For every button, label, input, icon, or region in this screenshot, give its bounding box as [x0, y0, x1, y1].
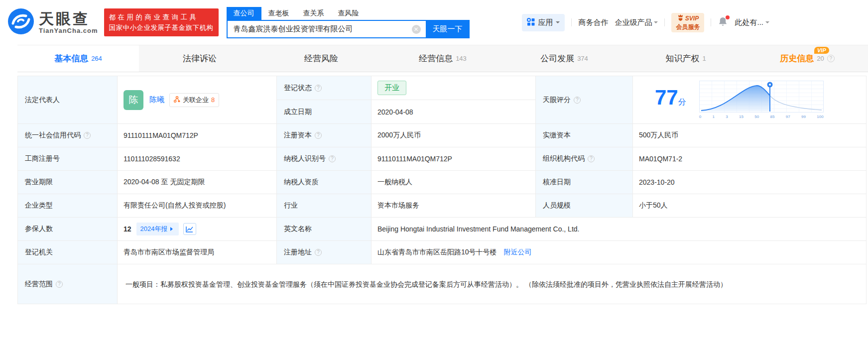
- company-type-label: 企业类型: [18, 194, 118, 218]
- tianyancha-logo[interactable]: 天眼查 TianYanCha.com: [7, 7, 98, 37]
- help-icon[interactable]: ?: [315, 132, 322, 139]
- annual-report-label: 2024年报: [140, 225, 168, 233]
- logo-eye-icon: [7, 7, 35, 37]
- search-tab-risk[interactable]: 查风险: [331, 7, 366, 20]
- tab-label: 历史信息: [780, 53, 814, 64]
- search-tab-relation[interactable]: 查关系: [296, 7, 331, 20]
- table-row: 工商注册号 110111028591632 纳税人识别号? 91110111MA…: [18, 147, 867, 171]
- legal-rep-label: 法定代表人: [18, 76, 118, 124]
- tab-label: 知识产权: [665, 53, 699, 64]
- approval-date-value: 2023-10-20: [633, 171, 867, 194]
- credit-code-label: 统一社会信用代码?: [18, 124, 118, 147]
- tab-count: 20: [817, 55, 824, 62]
- address-text: 山东省青岛市市南区岳阳路10号十号楼: [377, 248, 497, 257]
- clear-search-icon[interactable]: ✕: [412, 25, 421, 34]
- table-row: 登记机关 青岛市市南区市场监督管理局 注册地址? 山东省青岛市市南区岳阳路10号…: [18, 241, 867, 264]
- credit-code-value: 91110111MA01QM712P: [118, 124, 277, 147]
- table-row: 参保人数 12 2024年报 英文名称 Beijing Hongtai Indu…: [18, 218, 867, 241]
- logo-subtitle: TianYanCha.com: [39, 27, 98, 34]
- score-label: 天眼评分 ?: [536, 76, 633, 124]
- notification-dot: [726, 15, 730, 19]
- svip-membership-button[interactable]: SVIP 会员服务: [671, 13, 704, 32]
- help-icon[interactable]: ?: [588, 155, 595, 162]
- table-row: 经营范围? 一般项目：私募股权投资基金管理、创业投资基金管理服务（须在中国证券投…: [18, 264, 867, 304]
- registry-authority-label: 登记机关: [18, 241, 118, 264]
- tab-label: 基本信息: [54, 53, 88, 64]
- apps-menu[interactable]: 应用: [522, 14, 565, 31]
- search-area: 查公司 查老板 查关系 查风险 ✕ 天眼一下: [227, 7, 470, 38]
- company-type-value: 有限责任公司(自然人投资或控股): [118, 194, 277, 218]
- tab-history-info[interactable]: 历史信息 20 ? VIP: [746, 45, 868, 72]
- legal-rep-value: 陈 陈曦 关联企业 8: [118, 76, 277, 124]
- logo-title: 天眼查: [39, 11, 98, 27]
- score-number: 77分: [655, 87, 686, 113]
- nearby-companies-link[interactable]: 附近公司: [504, 248, 532, 257]
- search-tab-company[interactable]: 查公司: [227, 7, 261, 20]
- chevron-down-icon: [654, 21, 658, 25]
- business-scope-value: 一般项目：私募股权投资基金管理、创业投资基金管理服务（须在中国证券投资基金业协会…: [118, 264, 867, 304]
- banner-line1: 都在用的商业查询工具: [109, 12, 214, 22]
- english-name-label: 英文名称: [277, 218, 372, 241]
- taxpayer-qualification-value: 一般纳税人: [372, 171, 536, 194]
- tab-legal-litigation[interactable]: 法律诉讼: [139, 45, 260, 72]
- help-icon[interactable]: ?: [56, 281, 63, 288]
- svip-label-1: SVIP: [685, 14, 699, 22]
- org-code-label: 组织机构代码?: [536, 147, 633, 171]
- status-badge: 开业: [377, 81, 406, 95]
- apps-grid-icon: [527, 18, 535, 27]
- legal-rep-name-link[interactable]: 陈曦: [149, 95, 164, 105]
- user-label: 此处有...: [735, 18, 763, 27]
- staff-size-label: 人员规模: [536, 194, 633, 218]
- help-icon[interactable]: ?: [315, 249, 322, 256]
- tab-basic-info[interactable]: 基本信息 264: [17, 45, 139, 72]
- chevron-down-icon: [556, 21, 560, 25]
- user-account-menu[interactable]: 此处有...: [735, 18, 769, 27]
- tab-label: 经营风险: [304, 53, 338, 64]
- apps-label: 应用: [538, 18, 553, 27]
- help-icon[interactable]: ?: [329, 155, 336, 162]
- company-info-table: 法定代表人 陈 陈曦 关联企业 8 登记状态 ?: [17, 76, 867, 304]
- business-scope-label: 经营范围?: [18, 264, 118, 304]
- notification-bell-icon[interactable]: [718, 16, 728, 28]
- search-input[interactable]: [227, 20, 426, 38]
- nav-divider: [664, 18, 665, 26]
- related-companies-badge[interactable]: 关联企业 8: [169, 93, 219, 107]
- table-row: 统一社会信用代码? 91110111MA01QM712P 注册资本? 2000万…: [18, 124, 867, 147]
- est-date-label: 成立日期: [277, 100, 372, 124]
- chevron-down-icon: [765, 21, 769, 25]
- insured-count-label: 参保人数: [18, 218, 118, 241]
- staff-size-value: 小于50人: [633, 194, 867, 218]
- nav-business-cooperation[interactable]: 商务合作: [578, 18, 608, 27]
- nav-divider: [571, 18, 572, 26]
- paid-capital-value: 500万人民币: [633, 124, 867, 147]
- tab-intellectual-property[interactable]: 知识产权 1: [625, 45, 746, 72]
- tab-count: 1: [702, 55, 706, 62]
- nav-enterprise-products[interactable]: 企业级产品: [615, 18, 658, 27]
- score-value: 77分: [633, 76, 867, 124]
- top-nav: 应用 商务合作 企业级产品 SVIP 会员服务: [522, 13, 868, 32]
- score-axis-labels: 0131550859799100: [699, 114, 824, 119]
- taxpayer-id-label: 纳税人识别号?: [277, 147, 372, 171]
- tab-operation-risk[interactable]: 经营风险: [260, 45, 382, 72]
- reg-address-value: 山东省青岛市市南区岳阳路10号十号楼 附近公司: [372, 241, 867, 264]
- tab-label: 经营信息: [419, 53, 453, 64]
- tab-count: 143: [456, 55, 467, 62]
- tab-company-development[interactable]: 公司发展 374: [503, 45, 625, 72]
- search-tab-boss[interactable]: 查老板: [261, 7, 296, 20]
- insured-number: 12: [124, 225, 131, 233]
- help-icon[interactable]: ?: [574, 97, 581, 104]
- help-icon[interactable]: ?: [315, 85, 322, 92]
- search-button[interactable]: 天眼一下: [426, 20, 470, 38]
- org-code-value: MA01QM71-2: [633, 147, 867, 171]
- score-distribution-chart: 0131550859799100: [699, 81, 824, 119]
- tab-count: 264: [91, 55, 102, 62]
- chevron-right-icon: [170, 227, 175, 231]
- trend-chart-icon[interactable]: [183, 223, 196, 235]
- help-icon[interactable]: ?: [84, 132, 91, 139]
- annual-report-badge[interactable]: 2024年报: [136, 223, 179, 235]
- tab-label: 公司发展: [540, 53, 574, 64]
- tab-label: 法律诉讼: [183, 53, 217, 64]
- tab-operation-info[interactable]: 经营信息 143: [382, 45, 503, 72]
- industry-value: 资本市场服务: [372, 194, 536, 218]
- help-icon[interactable]: ?: [827, 55, 835, 62]
